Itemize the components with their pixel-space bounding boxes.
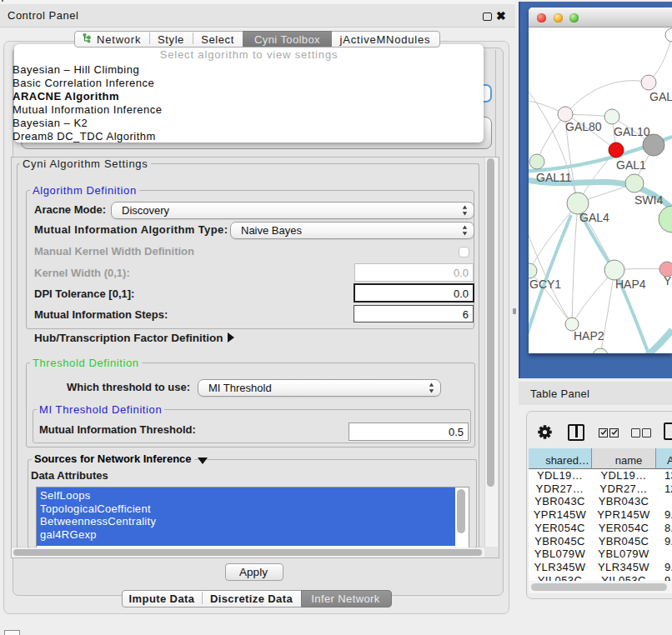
svg-text:HAP4: HAP4 <box>615 278 646 291</box>
svg-text:GAL80: GAL80 <box>565 120 602 133</box>
svg-text:Y: Y <box>664 274 672 288</box>
svg-text:GAL11: GAL11 <box>536 171 572 184</box>
svg-text:GAL10: GAL10 <box>614 125 650 138</box>
svg-text:GAL4: GAL4 <box>579 211 609 224</box>
svg-text:HAP2: HAP2 <box>574 329 604 342</box>
svg-text:GAL: GAL <box>649 90 672 103</box>
svg-text:SWI4: SWI4 <box>634 193 663 207</box>
svg-text:GAL1: GAL1 <box>616 158 646 172</box>
svg-text:GCY1: GCY1 <box>529 278 561 291</box>
